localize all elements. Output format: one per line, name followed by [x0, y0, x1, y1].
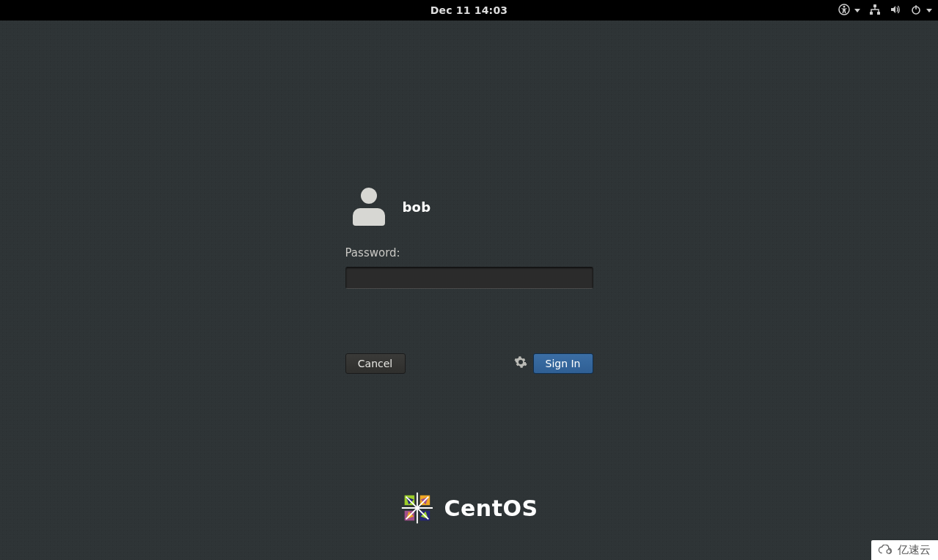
volume-menu[interactable]: [890, 4, 901, 18]
svg-rect-4: [877, 12, 880, 15]
wired-network-icon: [869, 4, 881, 18]
centos-logo-icon: [400, 491, 433, 525]
cancel-button[interactable]: Cancel: [345, 353, 406, 374]
power-icon: [910, 4, 922, 18]
top-bar: Dec 11 14:03: [0, 0, 938, 21]
cloud-icon: [877, 545, 893, 556]
password-input[interactable]: [345, 267, 593, 289]
selected-user: bob: [345, 188, 593, 226]
svg-point-1: [843, 5, 846, 7]
gear-icon: [514, 355, 527, 369]
top-bar-right: [838, 0, 932, 21]
avatar-icon: [351, 188, 386, 226]
signin-button[interactable]: Sign In: [533, 353, 593, 374]
clock-label[interactable]: Dec 11 14:03: [430, 4, 508, 16]
watermark-text: 亿速云: [898, 543, 931, 557]
svg-rect-6: [915, 5, 917, 10]
accessibility-icon: [838, 4, 850, 18]
login-buttons: Cancel Sign In: [345, 353, 593, 374]
volume-high-icon: [890, 4, 901, 18]
session-options-button[interactable]: [514, 355, 527, 372]
accessibility-menu[interactable]: [838, 4, 860, 18]
signin-group: Sign In: [514, 353, 593, 374]
username-label: bob: [403, 199, 431, 215]
svg-rect-2: [873, 4, 876, 7]
chevron-down-icon: [854, 9, 860, 12]
password-label: Password:: [345, 246, 593, 259]
distro-branding: CentOS: [400, 491, 538, 525]
network-menu[interactable]: [869, 4, 881, 18]
chevron-down-icon: [926, 9, 932, 12]
power-menu[interactable]: [910, 4, 932, 18]
svg-rect-3: [870, 12, 873, 15]
distro-name: CentOS: [444, 495, 538, 521]
watermark: 亿速云: [871, 540, 938, 560]
login-panel: bob Password: Cancel Sign In: [345, 188, 593, 374]
